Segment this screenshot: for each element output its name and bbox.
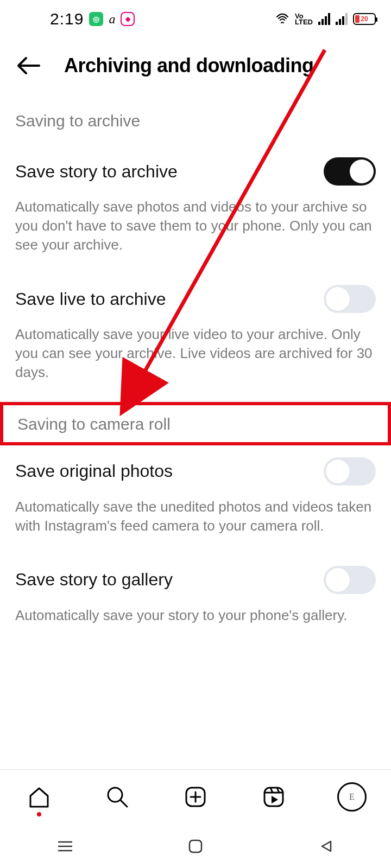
settings-content: Saving to archive Save story to archive …	[0, 112, 391, 625]
status-right: VoLTED 20	[275, 11, 376, 27]
page-title: Archiving and downloading	[64, 54, 376, 77]
nav-profile[interactable]: E	[336, 781, 368, 813]
setting-desc: Automatically save photos and videos to …	[15, 197, 376, 254]
status-app-icon-2: a	[109, 12, 115, 27]
status-time: 2:19	[50, 10, 84, 28]
svg-rect-13	[190, 840, 201, 852]
setting-label: Save live to archive	[15, 289, 166, 309]
sys-back[interactable]	[315, 835, 337, 857]
system-nav	[0, 825, 391, 868]
toggle-save-story-archive[interactable]	[324, 157, 376, 186]
nav-reels[interactable]	[257, 781, 290, 813]
setting-label: Save story to gallery	[15, 570, 173, 590]
setting-label: Save story to archive	[15, 162, 178, 182]
bottom-nav: E	[0, 769, 391, 824]
signal-bars-2	[336, 13, 348, 25]
toggle-save-original-photos[interactable]	[324, 457, 376, 486]
toggle-save-live-archive[interactable]	[324, 285, 376, 313]
nav-home[interactable]	[23, 781, 55, 813]
back-button[interactable]	[15, 55, 48, 76]
section-saving-to-archive: Saving to archive	[15, 112, 376, 130]
battery-percent: 20	[354, 15, 375, 23]
page-header: Archiving and downloading	[0, 38, 391, 99]
sys-home[interactable]	[185, 835, 206, 857]
svg-line-2	[121, 800, 127, 807]
annotation-highlight-box: Saving to camera roll	[0, 402, 391, 445]
setting-save-live-archive: Save live to archive	[15, 273, 376, 317]
setting-label: Save original photos	[15, 461, 173, 481]
sys-recent[interactable]	[54, 835, 76, 857]
setting-save-original-photos: Save original photos	[15, 445, 376, 490]
setting-desc: Automatically save your story to your ph…	[15, 606, 376, 625]
status-app-icon-3: ◆	[121, 12, 135, 26]
avatar: E	[337, 782, 367, 812]
nav-active-dot	[37, 812, 41, 816]
status-bar: 2:19 ◎ a ◆ VoLTED 20	[0, 0, 391, 38]
signal-bars-1	[318, 13, 330, 25]
status-left: 2:19 ◎ a ◆	[50, 10, 135, 28]
nav-create[interactable]	[179, 781, 212, 813]
volte-indicator: VoLTED	[295, 13, 313, 25]
wifi-icon	[275, 11, 289, 27]
section-saving-to-camera-roll: Saving to camera roll	[17, 415, 374, 433]
status-app-icon-1: ◎	[89, 12, 103, 26]
toggle-save-story-gallery[interactable]	[324, 566, 376, 594]
setting-desc: Automatically save your live video to yo…	[15, 325, 376, 382]
battery-indicator: 20	[353, 13, 376, 25]
setting-desc: Automatically save the unedited photos a…	[15, 497, 376, 535]
nav-search[interactable]	[101, 781, 134, 813]
setting-save-story-gallery: Save story to gallery	[15, 554, 376, 598]
svg-rect-6	[264, 788, 283, 806]
setting-save-story-archive: Save story to archive	[15, 145, 376, 190]
